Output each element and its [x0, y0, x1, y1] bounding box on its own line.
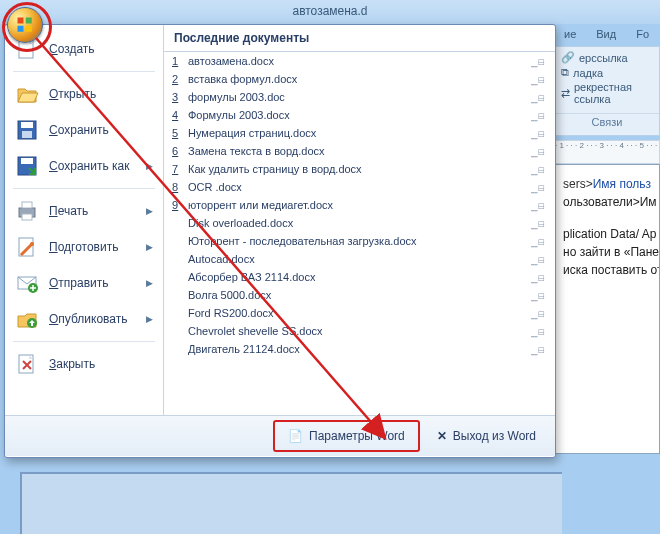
bookmark-button[interactable]: ⧉ладка — [561, 66, 653, 79]
saveas-icon — [15, 154, 39, 178]
bookmark-icon: ⧉ — [561, 66, 569, 79]
menu-item-label: Печать — [49, 204, 88, 218]
menu-open-item[interactable]: Открыть — [5, 76, 163, 112]
pin-icon[interactable]: ⎯⊟ — [531, 199, 545, 211]
menu-close-item[interactable]: Закрыть — [5, 346, 163, 382]
submenu-arrow-icon: ▶ — [146, 314, 153, 324]
menu-publish-item[interactable]: Опубликовать▶ — [5, 301, 163, 337]
recent-doc-item[interactable]: 5Нумерация страниц.docx⎯⊟ — [164, 124, 555, 142]
recent-doc-item[interactable]: 9юторрент или медиагет.docx⎯⊟ — [164, 196, 555, 214]
recent-doc-item[interactable]: Абсорбер ВАЗ 2114.docx⎯⊟ — [164, 268, 555, 286]
recent-doc-name: Disk overloaded.docx — [188, 217, 531, 229]
pin-icon[interactable]: ⎯⊟ — [531, 145, 545, 157]
recent-doc-item[interactable]: 3формулы 2003.doc⎯⊟ — [164, 88, 555, 106]
recent-doc-name: вставка формул.docx — [188, 73, 531, 85]
menu-send-item[interactable]: Отправить▶ — [5, 265, 163, 301]
word-options-button[interactable]: 📄 Параметры Word — [279, 424, 414, 448]
exit-word-button[interactable]: ✕ Выход из Word — [428, 424, 545, 448]
recent-doc-name: Формулы 2003.docx — [188, 109, 531, 121]
svg-point-10 — [30, 242, 34, 246]
recent-doc-item[interactable]: 2вставка формул.docx⎯⊟ — [164, 70, 555, 88]
recent-doc-item[interactable]: Ford RS200.docx⎯⊟ — [164, 304, 555, 322]
recent-doc-item[interactable]: Disk overloaded.docx⎯⊟ — [164, 214, 555, 232]
recent-doc-name: Chevrolet shevelle SS.docx — [188, 325, 531, 337]
recent-doc-name: Ford RS200.docx — [188, 307, 531, 319]
pin-icon[interactable]: ⎯⊟ — [531, 109, 545, 121]
recent-doc-number: 9 — [172, 199, 188, 211]
pin-icon[interactable]: ⎯⊟ — [531, 271, 545, 283]
pin-icon[interactable]: ⎯⊟ — [531, 181, 545, 193]
menu-save-item[interactable]: Сохранить — [5, 112, 163, 148]
pin-icon[interactable]: ⎯⊟ — [531, 127, 545, 139]
menu-item-label: Открыть — [49, 87, 96, 101]
menu-item-label: Отправить — [49, 276, 109, 290]
recent-doc-number: 2 — [172, 73, 188, 85]
crossref-icon: ⇄ — [561, 87, 570, 100]
recent-doc-name: юторрент или медиагет.docx — [188, 199, 531, 211]
recent-doc-item[interactable]: 6Замена текста в ворд.docx⎯⊟ — [164, 142, 555, 160]
recent-doc-number: 7 — [172, 163, 188, 175]
horizontal-ruler[interactable]: · 1 · · · 2 · · · 3 · · · 4 · · · 5 · · … — [554, 140, 660, 164]
recent-doc-item[interactable]: Двигатель 21124.docx⎯⊟ — [164, 340, 555, 358]
recent-doc-item[interactable]: Волга 5000.docx⎯⊟ — [164, 286, 555, 304]
prepare-icon — [15, 235, 39, 259]
recent-doc-number: 5 — [172, 127, 188, 139]
recent-doc-name: Autocad.docx — [188, 253, 531, 265]
recent-doc-item[interactable]: Autocad.docx⎯⊟ — [164, 250, 555, 268]
pin-icon[interactable]: ⎯⊟ — [531, 163, 545, 175]
window-title: автозамена.d — [292, 4, 367, 18]
ribbon-tab[interactable]: Fo — [626, 24, 659, 46]
recent-doc-name: Замена текста в ворд.docx — [188, 145, 531, 157]
recent-doc-item[interactable]: 8OCR .docx⎯⊟ — [164, 178, 555, 196]
group-caption-links[interactable]: Связи — [555, 113, 659, 130]
pin-icon[interactable]: ⎯⊟ — [531, 253, 545, 265]
recent-doc-number: 1 — [172, 55, 188, 67]
svg-rect-2 — [21, 122, 33, 128]
recent-doc-name: автозамена.docx — [188, 55, 531, 67]
ribbon-tab[interactable]: Вид — [586, 24, 626, 46]
save-icon — [15, 118, 39, 142]
submenu-arrow-icon: ▶ — [146, 278, 153, 288]
recent-doc-name: Юторрент - последовательная загрузка.doc… — [188, 235, 531, 247]
recent-doc-item[interactable]: Юторрент - последовательная загрузка.doc… — [164, 232, 555, 250]
pin-icon[interactable]: ⎯⊟ — [531, 91, 545, 103]
menu-item-label: Опубликовать — [49, 312, 127, 326]
menu-item-label: Создать — [49, 42, 95, 56]
recent-doc-item[interactable]: 4Формулы 2003.docx⎯⊟ — [164, 106, 555, 124]
submenu-arrow-icon: ▶ — [146, 161, 153, 171]
menu-print-item[interactable]: Печать▶ — [5, 193, 163, 229]
pin-icon[interactable]: ⎯⊟ — [531, 325, 545, 337]
close-icon: ✕ — [437, 429, 447, 443]
hyperlink-button[interactable]: 🔗ерссылка — [561, 51, 653, 64]
svg-rect-16 — [26, 18, 32, 24]
recent-doc-name: формулы 2003.doc — [188, 91, 531, 103]
recent-doc-number: 8 — [172, 181, 188, 193]
recent-doc-item[interactable]: 7Как удалить страницу в ворд.docx⎯⊟ — [164, 160, 555, 178]
crossref-button[interactable]: ⇄рекрестная ссылка — [561, 81, 653, 105]
options-icon: 📄 — [288, 429, 303, 443]
office-logo-icon — [16, 16, 34, 34]
svg-rect-15 — [18, 18, 24, 24]
pin-icon[interactable]: ⎯⊟ — [531, 343, 545, 355]
svg-rect-17 — [18, 26, 24, 32]
link-icon: 🔗 — [561, 51, 575, 64]
recent-doc-item[interactable]: 1автозамена.docx⎯⊟ — [164, 52, 555, 70]
menu-saveas-item[interactable]: Сохранить как▶ — [5, 148, 163, 184]
office-menu-left-column: СоздатьОткрытьСохранитьСохранить как▶Печ… — [5, 25, 164, 415]
menu-item-label: Закрыть — [49, 357, 95, 371]
document-page[interactable]: sers>Имя польз ользователи>Им plication … — [554, 164, 660, 454]
ribbon-links-group: 🔗ерссылка ⧉ладка ⇄рекрестная ссылка Связ… — [554, 46, 660, 136]
ribbon-tab[interactable]: ие — [554, 24, 586, 46]
recent-doc-name: Абсорбер ВАЗ 2114.docx — [188, 271, 531, 283]
pin-icon[interactable]: ⎯⊟ — [531, 289, 545, 301]
recent-doc-item[interactable]: Chevrolet shevelle SS.docx⎯⊟ — [164, 322, 555, 340]
send-icon — [15, 271, 39, 295]
pin-icon[interactable]: ⎯⊟ — [531, 55, 545, 67]
pin-icon[interactable]: ⎯⊟ — [531, 235, 545, 247]
pin-icon[interactable]: ⎯⊟ — [531, 73, 545, 85]
menu-prepare-item[interactable]: Подготовить▶ — [5, 229, 163, 265]
office-button[interactable] — [7, 7, 43, 43]
pin-icon[interactable]: ⎯⊟ — [531, 217, 545, 229]
recent-doc-number: 4 — [172, 109, 188, 121]
pin-icon[interactable]: ⎯⊟ — [531, 307, 545, 319]
